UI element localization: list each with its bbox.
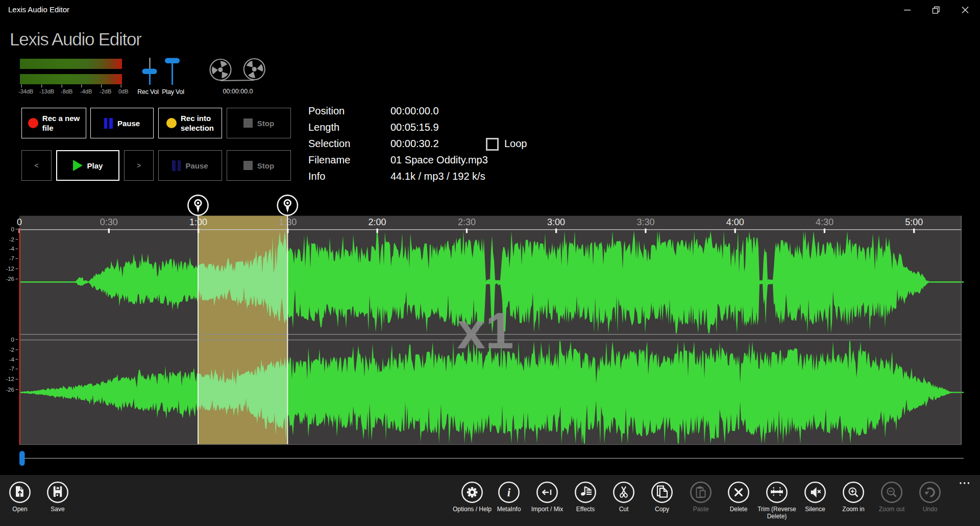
svg-text:-2: -2 — [9, 347, 14, 353]
svg-text:5:00: 5:00 — [905, 217, 923, 227]
svg-text:-7: -7 — [9, 255, 14, 261]
svg-text:-4: -4 — [9, 356, 15, 363]
svg-text:-4: -4 — [9, 246, 15, 252]
svg-text:-26: -26 — [6, 276, 14, 282]
svg-text:0:30: 0:30 — [100, 217, 118, 227]
svg-text:-12: -12 — [6, 266, 14, 272]
svg-text:2:00: 2:00 — [369, 217, 386, 227]
svg-text:0: 0 — [11, 226, 14, 232]
svg-text:0: 0 — [11, 337, 14, 343]
svg-text:i: i — [507, 486, 511, 498]
svg-text:0: 0 — [17, 217, 22, 227]
svg-text:-7: -7 — [9, 366, 14, 372]
svg-text:3:30: 3:30 — [636, 217, 654, 227]
svg-text:4:00: 4:00 — [726, 217, 744, 227]
svg-text:-12: -12 — [6, 376, 14, 382]
svg-text:3:00: 3:00 — [547, 217, 565, 227]
svg-text:x1: x1 — [457, 302, 513, 359]
svg-text:4:30: 4:30 — [816, 217, 834, 227]
svg-text:2:30: 2:30 — [458, 217, 476, 227]
svg-text:-26: -26 — [6, 387, 14, 393]
svg-text:-2: -2 — [9, 236, 14, 243]
